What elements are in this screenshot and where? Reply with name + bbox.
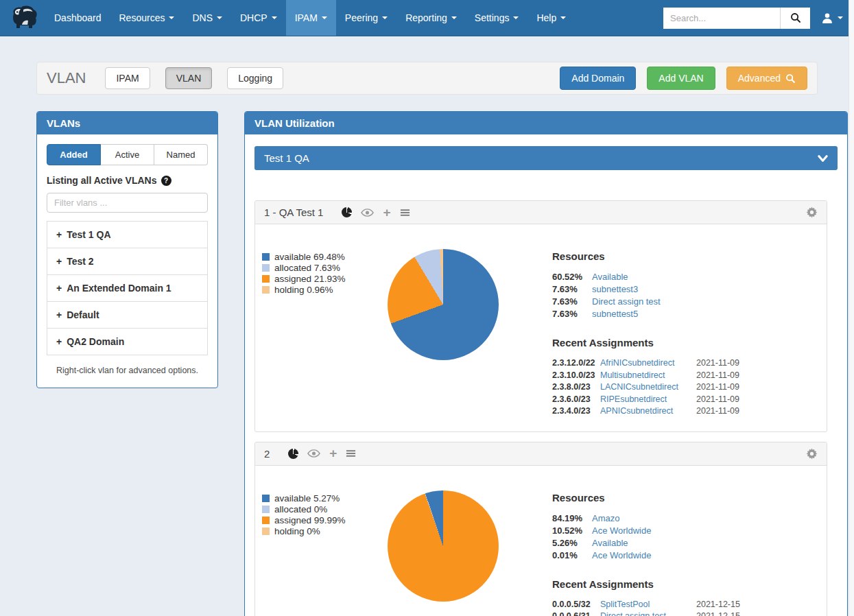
legend-swatch xyxy=(262,286,270,294)
vlan-filter-input[interactable] xyxy=(47,193,208,213)
gear-icon[interactable] xyxy=(806,206,818,218)
assignment-row: 2.3.6.0/23 RIPEsubnetdirect 2021-11-09 xyxy=(552,394,827,406)
vlans-panel-title: VLANs xyxy=(37,112,217,134)
vlan-item-an-extended-domain-1[interactable]: + An Extended Domain 1 xyxy=(47,275,207,302)
resource-link[interactable]: Ace Worldwide xyxy=(592,549,827,562)
chart-header: 2 + xyxy=(255,442,827,466)
search-button[interactable] xyxy=(780,8,810,29)
plus-icon[interactable]: + xyxy=(383,208,390,217)
tab-logging[interactable]: Logging xyxy=(227,67,283,89)
assignment-link[interactable]: RIPEsubnetdirect xyxy=(600,394,696,406)
user-icon xyxy=(821,12,833,24)
vlan-name: Test 2 xyxy=(67,256,93,267)
menu-bars-icon[interactable] xyxy=(346,449,356,458)
vlan-tab-active[interactable]: Active xyxy=(101,144,154,165)
assignment-row: 2.3.12.0/22 AfriNICsubnetdirect 2021-11-… xyxy=(552,357,827,370)
vlan-tab-added[interactable]: Added xyxy=(47,144,101,165)
tab-vlan[interactable]: VLAN xyxy=(165,67,213,89)
assignment-link[interactable]: APNICsubnetdirect xyxy=(600,405,696,418)
vlan-item-default[interactable]: + Default xyxy=(47,302,207,329)
scrollbar[interactable] xyxy=(849,0,854,616)
resource-link[interactable]: Available xyxy=(592,271,827,283)
header-actions: Add Domain Add VLAN Advanced xyxy=(549,67,807,90)
nav-item-reporting[interactable]: Reporting xyxy=(396,0,466,36)
plus-icon[interactable]: + xyxy=(329,449,337,458)
vlan-list: + Test 1 QA + Test 2 + An Extended Domai… xyxy=(47,221,208,355)
assignment-date: 2021-11-09 xyxy=(696,370,827,382)
pie-chart-icon[interactable] xyxy=(342,207,352,217)
legend-swatch xyxy=(262,506,270,513)
eye-icon[interactable] xyxy=(307,449,320,458)
menu-bars-icon[interactable] xyxy=(400,209,410,217)
legend-swatch xyxy=(262,275,270,283)
resource-link[interactable]: Ace Worldwide xyxy=(592,525,827,537)
resource-link[interactable]: subnettest5 xyxy=(592,308,827,320)
add-vlan-button[interactable]: Add VLAN xyxy=(647,67,715,90)
nav-item-resources[interactable]: Resources xyxy=(110,0,184,36)
resource-link[interactable]: Amazo xyxy=(592,512,827,525)
legend-item: allocated 0% xyxy=(262,504,388,514)
vlan-tab-named[interactable]: Named xyxy=(154,144,208,165)
assignment-cidr: 0.0.0.5/32 xyxy=(552,599,600,611)
add-domain-button[interactable]: Add Domain xyxy=(560,67,636,90)
vlan-name: Default xyxy=(67,309,99,320)
vlan-item-test-1-qa[interactable]: + Test 1 QA xyxy=(47,222,207,248)
domain-collapse-bar[interactable]: Test 1 QA xyxy=(254,146,838,170)
nav-item-settings[interactable]: Settings xyxy=(466,0,528,36)
resources-list: 60.52% Available 7.63% subnettest3 7.63%… xyxy=(552,271,827,320)
assignment-link[interactable]: Direct assign test xyxy=(600,611,696,616)
eye-icon[interactable] xyxy=(361,209,374,217)
expand-plus-icon[interactable]: + xyxy=(56,256,62,267)
nav-item-ipam[interactable]: IPAM xyxy=(286,0,336,36)
resource-row: 7.63% Direct assign test xyxy=(552,296,827,308)
assignment-row: 0.0.0.6/31 Direct assign test 2021-12-15 xyxy=(552,611,827,616)
search-icon xyxy=(785,73,796,84)
legend-swatch xyxy=(262,264,270,272)
advanced-search-button[interactable]: Advanced xyxy=(726,67,807,90)
resources-heading: Resources xyxy=(552,250,827,262)
pie-chart xyxy=(388,490,499,602)
user-menu[interactable] xyxy=(821,12,843,24)
search-input[interactable] xyxy=(663,8,780,29)
resource-row: 84.19% Amazo xyxy=(552,512,827,525)
pie-chart-icon[interactable] xyxy=(288,449,298,459)
legend-swatch xyxy=(262,517,270,524)
assignment-date: 2021-11-09 xyxy=(696,357,827,370)
assignment-link[interactable]: Multisubnetdirect xyxy=(600,370,696,382)
nav-item-dashboard[interactable]: Dashboard xyxy=(45,0,110,36)
mammoth-logo[interactable] xyxy=(7,0,45,36)
nav-menu: DashboardResourcesDNSDHCPIPAMPeeringRepo… xyxy=(45,0,575,36)
resource-link[interactable]: subnettest3 xyxy=(592,283,827,296)
assignment-link[interactable]: AfriNICsubnetdirect xyxy=(600,357,696,370)
resource-link[interactable]: Direct assign test xyxy=(592,296,827,308)
expand-plus-icon[interactable]: + xyxy=(56,309,62,320)
assignment-link[interactable]: LACNICsubnetdirect xyxy=(600,381,696,394)
vlan-name: QA2 Domain xyxy=(67,336,124,347)
assignment-cidr: 2.3.4.0/23 xyxy=(552,405,600,418)
expand-plus-icon[interactable]: + xyxy=(56,229,62,240)
tab-ipam[interactable]: IPAM xyxy=(105,67,150,89)
expand-plus-icon[interactable]: + xyxy=(56,283,62,294)
assignment-link[interactable]: SplitTestPool xyxy=(600,599,696,611)
vlan-item-qa2-domain[interactable]: + QA2 Domain xyxy=(47,329,207,355)
assignment-cidr: 2.3.8.0/23 xyxy=(552,381,600,394)
nav-item-dhcp[interactable]: DHCP xyxy=(231,0,286,36)
legend-text: assigned 99.99% xyxy=(274,515,346,525)
vlan-utilization-title: VLAN Utilization xyxy=(245,112,847,134)
mammoth-logo-icon xyxy=(8,5,40,31)
assignment-cidr: 2.3.12.0/22 xyxy=(552,357,600,370)
expand-plus-icon[interactable]: + xyxy=(56,336,62,347)
global-search xyxy=(663,8,810,29)
help-question-icon[interactable]: ? xyxy=(161,176,171,186)
resource-link[interactable]: Available xyxy=(592,537,827,549)
resource-row: 7.63% subnettest3 xyxy=(552,283,827,296)
nav-item-help[interactable]: Help xyxy=(527,0,575,36)
nav-item-dns[interactable]: DNS xyxy=(183,0,231,36)
resource-percent: 7.63% xyxy=(552,308,592,320)
gear-icon[interactable] xyxy=(806,448,818,460)
vlan-item-test-2[interactable]: + Test 2 xyxy=(47,248,207,275)
chevron-down-icon xyxy=(513,16,519,19)
legend-swatch xyxy=(262,495,270,502)
nav-item-peering[interactable]: Peering xyxy=(336,0,396,36)
vlan-name: Test 1 QA xyxy=(67,229,110,240)
